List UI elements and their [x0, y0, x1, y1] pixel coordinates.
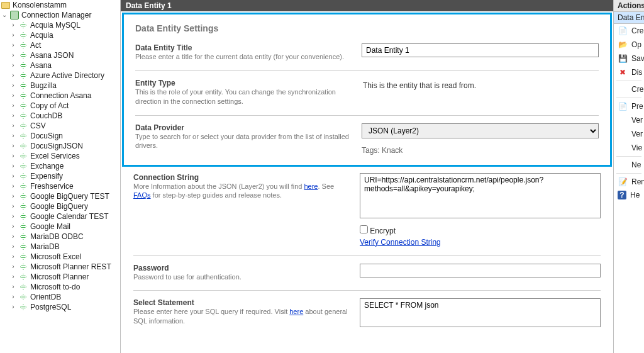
- action-item[interactable]: 💾Sav: [614, 52, 644, 65]
- action-item[interactable]: 📄Pre: [614, 99, 644, 113]
- tree-item-label: Azure Active Directory: [30, 70, 104, 81]
- tree-item[interactable]: ›Google BigQuery TEST: [9, 191, 120, 201]
- tree-item[interactable]: ›DocuSignJSON: [9, 141, 120, 151]
- chevron-right-icon[interactable]: ›: [10, 70, 16, 81]
- chevron-right-icon[interactable]: ›: [10, 111, 16, 121]
- chevron-right-icon[interactable]: ›: [10, 151, 16, 161]
- tree-item[interactable]: ›Freshservice: [9, 181, 120, 191]
- chevron-right-icon[interactable]: ›: [10, 50, 16, 60]
- connection-icon: [19, 61, 28, 70]
- connection-icon: [19, 222, 28, 231]
- connstring-link-faqs[interactable]: FAQs: [133, 191, 151, 199]
- tree-item[interactable]: ›Google Calendar TEST: [9, 211, 120, 221]
- tree-item[interactable]: ›Acquia MySQL: [9, 20, 120, 30]
- connstring-input[interactable]: [360, 173, 601, 218]
- chevron-down-icon[interactable]: ⌄: [1, 10, 8, 20]
- chevron-right-icon[interactable]: ›: [10, 121, 16, 131]
- tree-item[interactable]: ›DocuSign: [9, 131, 120, 141]
- tree-item[interactable]: ›Asana JSON: [9, 50, 120, 60]
- provider-label: Data Provider: [135, 123, 350, 132]
- tree-item[interactable]: ›CouchDB: [9, 111, 120, 121]
- chevron-right-icon[interactable]: ›: [10, 221, 16, 232]
- chevron-right-icon[interactable]: ›: [10, 292, 16, 302]
- tree-item[interactable]: ›Asana: [9, 60, 120, 70]
- select-input[interactable]: [360, 298, 601, 327]
- action-item[interactable]: Vie: [614, 141, 644, 155]
- provider-select[interactable]: JSON (Layer2): [362, 123, 599, 138]
- chevron-right-icon[interactable]: ›: [10, 191, 16, 201]
- chevron-right-icon[interactable]: ›: [10, 302, 16, 312]
- tree-item[interactable]: ›Google BigQuery: [9, 201, 120, 211]
- chevron-right-icon[interactable]: ›: [10, 181, 16, 191]
- tree-item-label: MariaDB: [30, 242, 60, 252]
- title-input[interactable]: [362, 43, 599, 57]
- chevron-right-icon[interactable]: ›: [10, 30, 16, 40]
- password-input[interactable]: [360, 264, 601, 277]
- tree-item[interactable]: ›Acquia: [9, 30, 120, 40]
- action-icon: ?: [618, 191, 626, 199]
- encrypt-checkbox-row[interactable]: Encrypt: [360, 227, 396, 235]
- chevron-right-icon[interactable]: ›: [10, 282, 16, 292]
- action-label: Vie: [631, 143, 642, 152]
- tree-item[interactable]: ›Google Mail: [9, 221, 120, 232]
- action-item[interactable]: 📂Op: [614, 38, 644, 52]
- actions-tab[interactable]: Data En: [614, 12, 644, 24]
- tree-item[interactable]: ›Bugzilla: [9, 81, 120, 91]
- chevron-right-icon[interactable]: ›: [10, 201, 16, 211]
- chevron-right-icon[interactable]: ›: [10, 161, 16, 171]
- tree-item[interactable]: ›Microsoft Excel: [9, 252, 120, 262]
- tree-item[interactable]: ›Microsoft Planner: [9, 272, 120, 282]
- select-link-here[interactable]: here: [289, 308, 303, 315]
- connection-icon: [19, 152, 28, 160]
- chevron-right-icon[interactable]: ›: [10, 131, 16, 141]
- chevron-right-icon[interactable]: ›: [10, 211, 16, 221]
- chevron-right-icon[interactable]: ›: [10, 141, 16, 151]
- tree-item[interactable]: ›CSV: [9, 121, 120, 131]
- tree-item[interactable]: ›Connection Asana: [9, 91, 120, 101]
- tree-item[interactable]: ›Expensify: [9, 171, 120, 181]
- tree-item[interactable]: ›PostgreSQL: [9, 302, 120, 312]
- tree-item[interactable]: ›Exchange: [9, 161, 120, 171]
- action-item[interactable]: 📄Cre: [614, 24, 644, 38]
- connection-icon: [19, 111, 28, 120]
- tree-item[interactable]: ›Azure Active Directory: [9, 70, 120, 81]
- chevron-right-icon[interactable]: ›: [10, 262, 16, 272]
- tree-item[interactable]: ›OrientDB: [9, 292, 120, 302]
- action-item[interactable]: ?He: [614, 189, 644, 201]
- tree-cm-label: Connection Manager: [21, 10, 91, 20]
- chevron-right-icon[interactable]: ›: [10, 242, 16, 252]
- action-item[interactable]: 📝Ren: [614, 175, 644, 189]
- action-item[interactable]: Ver: [614, 127, 644, 141]
- chevron-right-icon[interactable]: ›: [10, 101, 16, 111]
- encrypt-checkbox[interactable]: [360, 225, 368, 233]
- action-item[interactable]: Ver: [614, 113, 644, 127]
- tree-root[interactable]: Konsolenstamm: [0, 0, 120, 10]
- action-item[interactable]: Cre: [614, 82, 644, 96]
- verify-connection-link[interactable]: Verify Connection String: [360, 238, 441, 247]
- connstring-link-here[interactable]: here: [304, 182, 318, 190]
- tree-item[interactable]: ›Copy of Act: [9, 101, 120, 111]
- tree-item[interactable]: ›Excel Services: [9, 151, 120, 161]
- chevron-right-icon[interactable]: ›: [10, 272, 16, 282]
- tree-item[interactable]: ›Microsoft Planner REST: [9, 262, 120, 272]
- chevron-right-icon[interactable]: ›: [10, 252, 16, 262]
- tree-item-label: DocuSignJSON: [30, 141, 83, 151]
- center-column: Data Entity 1 Data Entity Settings Data …: [121, 0, 613, 353]
- tree-root-label: Konsolenstamm: [13, 1, 67, 9]
- chevron-right-icon[interactable]: ›: [10, 232, 16, 242]
- chevron-right-icon[interactable]: ›: [10, 81, 16, 91]
- action-item[interactable]: ✖Dis: [614, 65, 644, 79]
- tree-item[interactable]: ›Microsoft to-do: [9, 282, 120, 292]
- tree-item[interactable]: ›Act: [9, 40, 120, 50]
- tree-cm[interactable]: ⌄ Connection Manager: [0, 10, 120, 20]
- action-item[interactable]: Ne: [614, 158, 644, 172]
- chevron-right-icon[interactable]: ›: [10, 171, 16, 181]
- chevron-right-icon[interactable]: ›: [10, 60, 16, 70]
- connection-icon: [19, 202, 28, 211]
- chevron-right-icon[interactable]: ›: [10, 40, 16, 50]
- tree-item[interactable]: ›MariaDB: [9, 242, 120, 252]
- chevron-right-icon[interactable]: ›: [10, 91, 16, 101]
- tree-item[interactable]: ›MariaDB ODBC: [9, 232, 120, 242]
- row-connstring: Connection String More Information about…: [133, 169, 601, 256]
- chevron-right-icon[interactable]: ›: [10, 20, 16, 30]
